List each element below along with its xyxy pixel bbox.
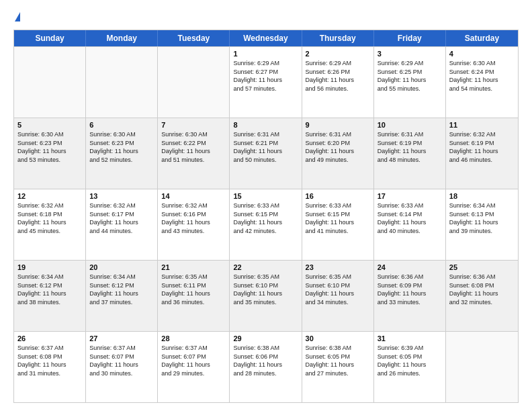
header-day-sunday: Sunday [14,30,86,46]
calendar: SundayMondayTuesdayWednesdayThursdayFrid… [13,30,519,403]
cell-info: Sunrise: 6:34 AM Sunset: 6:13 PM Dayligh… [449,201,515,235]
cell-day-number: 28 [161,334,226,342]
calendar-cell: 5Sunrise: 6:30 AM Sunset: 6:23 PM Daylig… [14,118,86,189]
cell-day-number: 19 [17,263,82,271]
calendar-cell: 15Sunrise: 6:33 AM Sunset: 6:15 PM Dayli… [230,189,302,260]
cell-info: Sunrise: 6:32 AM Sunset: 6:16 PM Dayligh… [161,201,226,235]
cell-info: Sunrise: 6:37 AM Sunset: 6:08 PM Dayligh… [17,344,82,377]
cell-info: Sunrise: 6:34 AM Sunset: 6:12 PM Dayligh… [89,273,154,306]
calendar-cell: 4Sunrise: 6:30 AM Sunset: 6:24 PM Daylig… [446,47,518,118]
cell-day-number: 9 [306,121,370,129]
calendar-cell: 14Sunrise: 6:32 AM Sunset: 6:16 PM Dayli… [158,189,230,260]
calendar-cell: 9Sunrise: 6:31 AM Sunset: 6:20 PM Daylig… [302,118,374,189]
cell-day-number: 1 [233,50,298,58]
cell-info: Sunrise: 6:30 AM Sunset: 6:23 PM Dayligh… [17,130,82,164]
cell-day-number: 6 [89,121,154,129]
calendar-cell [446,332,518,402]
cell-info: Sunrise: 6:36 AM Sunset: 6:09 PM Dayligh… [378,273,442,306]
calendar-cell: 1Sunrise: 6:29 AM Sunset: 6:27 PM Daylig… [230,47,302,118]
header-day-tuesday: Tuesday [158,30,230,46]
calendar-cell: 24Sunrise: 6:36 AM Sunset: 6:09 PM Dayli… [374,261,446,331]
cell-info: Sunrise: 6:30 AM Sunset: 6:24 PM Dayligh… [449,59,515,93]
cell-info: Sunrise: 6:30 AM Sunset: 6:23 PM Dayligh… [89,130,154,164]
calendar-row-4: 26Sunrise: 6:37 AM Sunset: 6:08 PM Dayli… [14,331,518,402]
cell-info: Sunrise: 6:33 AM Sunset: 6:15 PM Dayligh… [233,201,298,235]
calendar-cell: 10Sunrise: 6:31 AM Sunset: 6:19 PM Dayli… [374,118,446,189]
calendar-cell: 8Sunrise: 6:31 AM Sunset: 6:21 PM Daylig… [230,118,302,189]
cell-info: Sunrise: 6:35 AM Sunset: 6:10 PM Dayligh… [306,273,370,306]
logo [13,12,20,23]
cell-day-number: 2 [306,50,370,58]
cell-day-number: 23 [306,263,370,271]
calendar-cell: 30Sunrise: 6:38 AM Sunset: 6:05 PM Dayli… [302,332,374,402]
calendar-cell: 18Sunrise: 6:34 AM Sunset: 6:13 PM Dayli… [446,189,518,260]
header [13,12,519,23]
cell-info: Sunrise: 6:31 AM Sunset: 6:19 PM Dayligh… [378,130,442,164]
header-day-monday: Monday [86,30,158,46]
calendar-row-1: 5Sunrise: 6:30 AM Sunset: 6:23 PM Daylig… [14,118,518,189]
page: SundayMondayTuesdayWednesdayThursdayFrid… [0,0,532,411]
cell-day-number: 7 [161,121,226,129]
cell-info: Sunrise: 6:32 AM Sunset: 6:19 PM Dayligh… [449,130,515,164]
calendar-body: 1Sunrise: 6:29 AM Sunset: 6:27 PM Daylig… [14,46,518,402]
cell-day-number: 26 [17,334,82,342]
calendar-cell: 12Sunrise: 6:32 AM Sunset: 6:18 PM Dayli… [14,189,86,260]
cell-info: Sunrise: 6:31 AM Sunset: 6:20 PM Dayligh… [306,130,370,164]
calendar-cell: 20Sunrise: 6:34 AM Sunset: 6:12 PM Dayli… [86,261,158,331]
cell-day-number: 20 [89,263,154,271]
cell-day-number: 25 [449,263,515,271]
cell-day-number: 29 [233,334,298,342]
cell-day-number: 8 [233,121,298,129]
cell-day-number: 27 [89,334,154,342]
logo-text [13,12,20,23]
cell-info: Sunrise: 6:32 AM Sunset: 6:17 PM Dayligh… [89,201,154,235]
cell-day-number: 3 [378,50,442,58]
calendar-cell: 3Sunrise: 6:29 AM Sunset: 6:25 PM Daylig… [374,47,446,118]
cell-day-number: 12 [17,192,82,200]
cell-day-number: 13 [89,192,154,200]
calendar-cell: 25Sunrise: 6:36 AM Sunset: 6:08 PM Dayli… [446,261,518,331]
header-day-friday: Friday [374,30,446,46]
cell-info: Sunrise: 6:30 AM Sunset: 6:22 PM Dayligh… [161,130,226,164]
calendar-cell [158,47,230,118]
cell-day-number: 22 [233,263,298,271]
cell-info: Sunrise: 6:31 AM Sunset: 6:21 PM Dayligh… [233,130,298,164]
cell-day-number: 10 [378,121,442,129]
header-day-wednesday: Wednesday [230,30,302,46]
cell-info: Sunrise: 6:35 AM Sunset: 6:11 PM Dayligh… [161,273,226,306]
cell-info: Sunrise: 6:33 AM Sunset: 6:15 PM Dayligh… [306,201,370,235]
calendar-cell: 7Sunrise: 6:30 AM Sunset: 6:22 PM Daylig… [158,118,230,189]
cell-day-number: 30 [306,334,370,342]
cell-info: Sunrise: 6:32 AM Sunset: 6:18 PM Dayligh… [17,201,82,235]
calendar-cell: 2Sunrise: 6:29 AM Sunset: 6:26 PM Daylig… [302,47,374,118]
calendar-row-2: 12Sunrise: 6:32 AM Sunset: 6:18 PM Dayli… [14,189,518,260]
calendar-row-0: 1Sunrise: 6:29 AM Sunset: 6:27 PM Daylig… [14,46,518,118]
cell-info: Sunrise: 6:29 AM Sunset: 6:25 PM Dayligh… [378,59,442,93]
cell-day-number: 16 [306,192,370,200]
cell-info: Sunrise: 6:33 AM Sunset: 6:14 PM Dayligh… [378,201,442,235]
calendar-cell: 6Sunrise: 6:30 AM Sunset: 6:23 PM Daylig… [86,118,158,189]
cell-day-number: 15 [233,192,298,200]
cell-info: Sunrise: 6:29 AM Sunset: 6:26 PM Dayligh… [306,59,370,93]
calendar-cell: 27Sunrise: 6:37 AM Sunset: 6:07 PM Dayli… [86,332,158,402]
calendar-cell: 26Sunrise: 6:37 AM Sunset: 6:08 PM Dayli… [14,332,86,402]
calendar-cell: 16Sunrise: 6:33 AM Sunset: 6:15 PM Dayli… [302,189,374,260]
cell-day-number: 17 [378,192,442,200]
cell-info: Sunrise: 6:34 AM Sunset: 6:12 PM Dayligh… [17,273,82,306]
cell-day-number: 11 [449,121,515,129]
header-day-thursday: Thursday [302,30,374,46]
header-day-saturday: Saturday [446,30,518,46]
cell-info: Sunrise: 6:37 AM Sunset: 6:07 PM Dayligh… [89,344,154,377]
logo-triangle-icon [15,12,20,21]
calendar-cell: 21Sunrise: 6:35 AM Sunset: 6:11 PM Dayli… [158,261,230,331]
calendar-cell: 23Sunrise: 6:35 AM Sunset: 6:10 PM Dayli… [302,261,374,331]
calendar-cell: 31Sunrise: 6:39 AM Sunset: 6:05 PM Dayli… [374,332,446,402]
calendar-cell [14,47,86,118]
calendar-cell: 11Sunrise: 6:32 AM Sunset: 6:19 PM Dayli… [446,118,518,189]
cell-info: Sunrise: 6:35 AM Sunset: 6:10 PM Dayligh… [233,273,298,306]
cell-day-number: 24 [378,263,442,271]
calendar-cell: 28Sunrise: 6:37 AM Sunset: 6:07 PM Dayli… [158,332,230,402]
cell-day-number: 4 [449,50,515,58]
cell-day-number: 21 [161,263,226,271]
cell-day-number: 31 [378,334,442,342]
